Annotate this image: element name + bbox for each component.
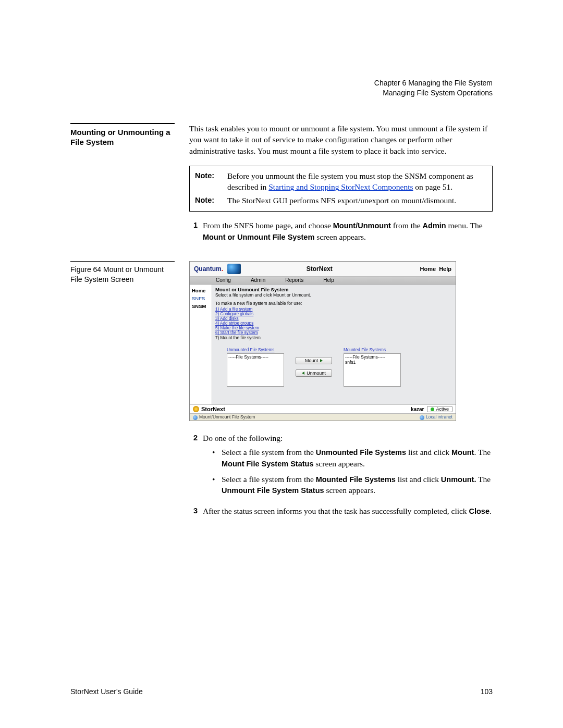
- step-number: 1: [189, 220, 198, 242]
- footer-left: StorNext User's Guide: [70, 687, 143, 696]
- main-panel: Mount or Unmount File System Select a fi…: [212, 285, 456, 404]
- setup-step-link[interactable]: 5) Make the file system: [215, 326, 259, 330]
- arrow-right-icon: [320, 359, 323, 362]
- bullet-icon: •: [212, 474, 216, 496]
- header-subtitle: Managing File System Operations: [70, 88, 493, 98]
- note-label: Note:: [195, 170, 220, 193]
- chapter-line: Chapter 6 Managing the File System: [70, 78, 493, 88]
- setup-step-link[interactable]: 2) Configure globals: [215, 312, 253, 316]
- unmounted-listbox[interactable]: -----File Systems-----: [227, 353, 284, 387]
- status-right: Local intranet: [426, 414, 452, 419]
- step-2-text: Do one of the following: • Select a file…: [203, 433, 493, 500]
- unmount-button[interactable]: Unmount: [296, 369, 332, 377]
- page-footer: StorNext User's Guide 103: [70, 687, 493, 696]
- menu-help[interactable]: Help: [323, 277, 334, 283]
- unmounted-label: Unmounted File Systems: [227, 348, 284, 352]
- status-left: Mount/Unmount File System: [199, 414, 255, 419]
- help-link[interactable]: Help: [439, 266, 451, 272]
- sidebar: Home SNFS SNSM: [190, 285, 212, 404]
- hostname: kazar: [411, 406, 424, 412]
- screenshot-figure: Quantum. StorNext Home Help Config Admin…: [189, 261, 456, 421]
- bullet-icon: •: [212, 447, 216, 469]
- zone-icon: [420, 415, 424, 420]
- browser-statusbar: Mount/Unmount File System Local intranet: [190, 413, 456, 420]
- app-titlebar: Quantum. StorNext Home Help: [190, 262, 456, 277]
- sidebar-item-snfs[interactable]: SNFS: [190, 294, 212, 302]
- step-number: 3: [189, 505, 198, 517]
- step-number: 2: [189, 433, 198, 500]
- intro-paragraph: This task enables you to mount or unmoun…: [189, 123, 493, 156]
- mount-button[interactable]: Mount: [296, 357, 332, 364]
- active-pill: Active: [427, 406, 452, 412]
- ie-icon: [193, 415, 198, 420]
- mounted-listbox[interactable]: -----File Systems----- snfs1: [344, 353, 401, 387]
- step-3-text: After the status screen informs you that…: [203, 505, 493, 517]
- app-title: StorNext: [250, 265, 420, 273]
- menu-config[interactable]: Config: [216, 277, 231, 283]
- make-label: To make a new file system available for …: [215, 301, 452, 306]
- note-text-2: The StorNext GUI performs NFS export/une…: [227, 195, 456, 206]
- home-link[interactable]: Home: [420, 266, 436, 272]
- setup-steps: 1) Add a file system 2) Configure global…: [215, 307, 452, 340]
- page-header: Chapter 6 Managing the File System Manag…: [70, 78, 493, 98]
- note-label: Note:: [195, 195, 220, 206]
- sidebar-item-home[interactable]: Home: [190, 287, 212, 294]
- bullet-text: Select a file system from the Unmounted …: [222, 447, 493, 469]
- note-link[interactable]: Starting and Stopping StorNext Component…: [268, 182, 413, 191]
- menubar: Config Admin Reports Help: [190, 277, 456, 285]
- menu-reports[interactable]: Reports: [285, 277, 303, 283]
- swirl-icon: [193, 406, 199, 412]
- note-box: Note: Before you unmount the file system…: [189, 166, 493, 212]
- mounted-label: Mounted File Systems: [344, 348, 401, 352]
- setup-step-link[interactable]: 3) Add disks: [215, 316, 239, 321]
- globe-graphic-icon: [227, 264, 241, 274]
- footer-page-number: 103: [481, 687, 493, 696]
- sidebar-item-snsm[interactable]: SNSM: [190, 302, 212, 310]
- footer-brand: StorNext: [201, 406, 411, 412]
- step-1-text: From the SNFS home page, and choose Moun…: [203, 220, 493, 242]
- arrow-left-icon: [302, 372, 304, 375]
- panel-title: Mount or Unmount File System: [215, 287, 452, 292]
- app-footer: StorNext kazar Active: [190, 404, 456, 413]
- menu-admin[interactable]: Admin: [251, 277, 265, 283]
- brand-logo: Quantum.: [194, 265, 223, 273]
- status-dot-icon: [431, 408, 434, 411]
- setup-step-link[interactable]: 6) Start the file system: [215, 330, 258, 335]
- setup-step-text: 7) Mount the file system: [215, 336, 452, 340]
- panel-subtitle: Select a file system and click Mount or …: [215, 292, 452, 298]
- setup-step-link[interactable]: 4) Add stripe groups: [215, 321, 253, 326]
- figure-caption: Figure 64 Mount or Unmount File System S…: [70, 261, 175, 285]
- section-heading: Mounting or Unmounting a File System: [70, 123, 175, 147]
- setup-step-link[interactable]: 1) Add a file system: [215, 307, 252, 312]
- mounted-item[interactable]: snfs1: [345, 360, 399, 365]
- note-text-1: Before you unmount the file system you m…: [227, 170, 487, 193]
- bullet-text: Select a file system from the Mounted Fi…: [222, 474, 493, 496]
